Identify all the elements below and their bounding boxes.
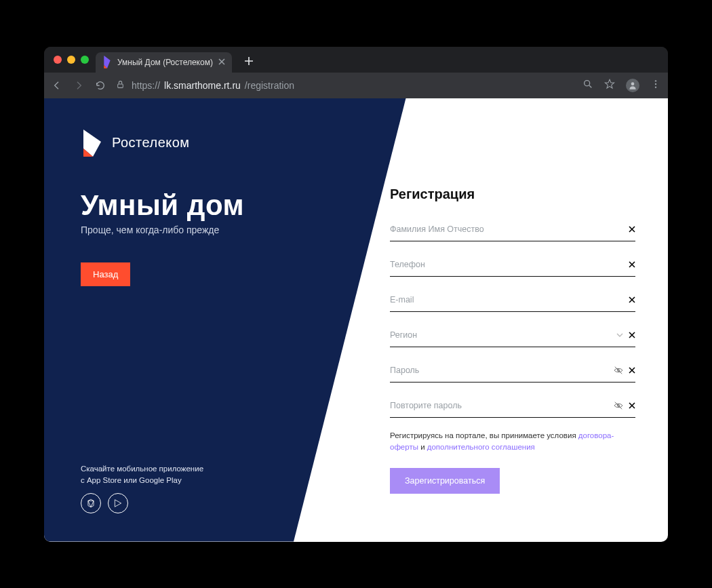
terms-link-agreement[interactable]: дополнительного соглашения	[427, 443, 535, 451]
bookmark-icon[interactable]	[604, 79, 615, 92]
logo-icon	[81, 128, 104, 158]
password-field-wrap	[390, 359, 635, 383]
menu-icon[interactable]	[650, 79, 661, 92]
clear-icon[interactable]	[629, 226, 635, 233]
tab-favicon	[102, 58, 112, 67]
browser-window: Умный Дом (Ростелеком) https://lk.smarth…	[44, 47, 668, 542]
terms-prefix: Регистрируясь на портале, вы принимаете …	[390, 431, 578, 439]
chevron-down-icon[interactable]	[616, 332, 623, 338]
url-host: lk.smarthome.rt.ru	[164, 80, 241, 91]
clear-icon[interactable]	[629, 367, 635, 374]
profile-avatar[interactable]	[626, 79, 639, 92]
forward-icon[interactable]	[73, 79, 85, 92]
email-field[interactable]	[390, 291, 635, 309]
address-bar[interactable]: https://lk.smarthome.rt.ru/registration	[116, 80, 573, 91]
eye-icon[interactable]	[614, 401, 623, 410]
back-icon[interactable]	[51, 79, 63, 92]
googleplay-icon[interactable]	[108, 493, 128, 513]
svg-point-5	[655, 86, 656, 87]
form-title: Регистрация	[390, 187, 635, 202]
new-tab-button[interactable]	[239, 56, 259, 68]
phone-field-wrap	[390, 254, 635, 277]
reload-icon[interactable]	[94, 79, 106, 92]
submit-button[interactable]: Зарегистрироваться	[390, 468, 500, 494]
window-close-button[interactable]	[54, 56, 62, 64]
window-controls	[51, 56, 89, 64]
svg-point-1	[585, 80, 590, 85]
password-field[interactable]	[390, 361, 635, 379]
tab-close-icon[interactable]	[218, 57, 225, 67]
browser-tab[interactable]: Умный Дом (Ростелеком)	[96, 52, 232, 73]
svg-point-4	[655, 83, 656, 84]
password-confirm-field-wrap	[390, 395, 635, 418]
clear-icon[interactable]	[629, 402, 635, 409]
browser-toolbar: https://lk.smarthome.rt.ru/registration	[44, 73, 668, 98]
region-field-wrap	[390, 324, 635, 347]
fullname-field[interactable]	[390, 220, 635, 238]
region-field[interactable]	[390, 326, 635, 344]
terms-text: Регистрируясь на портале, вы принимаете …	[390, 430, 635, 454]
email-field-wrap	[390, 289, 635, 312]
terms-mid: и	[418, 443, 427, 451]
svg-point-3	[655, 80, 656, 81]
svg-point-2	[631, 82, 635, 85]
tab-bar: Умный Дом (Ростелеком)	[44, 47, 668, 73]
appstore-icon[interactable]	[81, 493, 101, 513]
clear-icon[interactable]	[629, 332, 635, 338]
window-maximize-button[interactable]	[81, 56, 89, 64]
url-path: /registration	[245, 80, 294, 91]
registration-form: Регистрация	[390, 98, 668, 542]
back-button[interactable]: Назад	[81, 262, 130, 286]
url-scheme: https://	[132, 80, 160, 91]
page-content: Ростелеком Умный дом Проще, чем когда-ли…	[44, 98, 668, 542]
eye-icon[interactable]	[614, 366, 623, 375]
fullname-field-wrap	[390, 218, 635, 241]
password-confirm-field[interactable]	[390, 397, 635, 414]
clear-icon[interactable]	[629, 261, 635, 268]
clear-icon[interactable]	[629, 296, 635, 303]
phone-field[interactable]	[390, 256, 635, 273]
toolbar-actions	[582, 79, 661, 92]
zoom-icon[interactable]	[582, 79, 593, 92]
window-minimize-button[interactable]	[67, 56, 75, 64]
svg-rect-0	[118, 83, 123, 87]
logo-text: Ростелеком	[112, 135, 190, 151]
tab-title: Умный Дом (Ростелеком)	[117, 58, 213, 67]
lock-icon	[116, 80, 125, 91]
